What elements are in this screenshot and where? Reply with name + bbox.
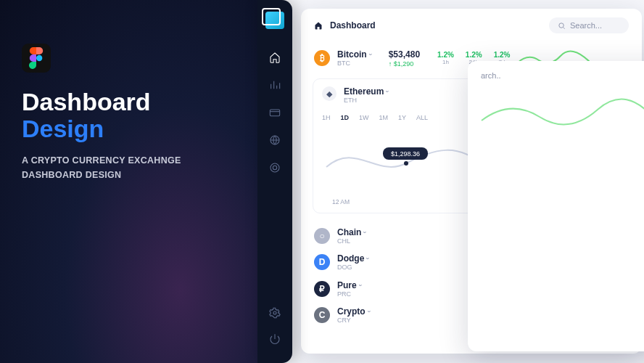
svg-point-4: [273, 166, 276, 169]
chart-coin-ticker: ETH: [344, 97, 388, 104]
coin-icon: ○: [314, 228, 330, 244]
coin-icon: ₽: [314, 281, 330, 297]
svg-point-6: [559, 23, 564, 27]
mini-chart: [481, 91, 644, 135]
app-logo: [265, 12, 284, 29]
promo-panel: DashboardDesign A CRYPTO CURRENCY EXCAHN…: [0, 0, 257, 363]
nav-settings-icon[interactable]: [268, 306, 281, 319]
search-input-partial[interactable]: arch..: [481, 71, 501, 80]
svg-point-7: [404, 161, 408, 166]
period-1d[interactable]: 1D: [341, 114, 350, 121]
svg-point-0: [36, 55, 42, 61]
sidebar: [257, 0, 292, 363]
home-icon: [314, 21, 323, 30]
nav-power-icon[interactable]: [268, 333, 281, 346]
coin-icon: C: [314, 307, 330, 323]
chart-xlabel-start: 12 AM: [332, 198, 350, 205]
svg-rect-1: [270, 110, 279, 116]
page-title: Dashboard: [330, 20, 376, 30]
nav-card-icon[interactable]: [268, 106, 281, 119]
featured-coin-name: Bitcoin ›: [337, 49, 371, 60]
bitcoin-icon: ₿: [314, 50, 330, 66]
period-all[interactable]: ALL: [416, 114, 428, 121]
period-1m[interactable]: 1M: [379, 114, 389, 121]
search-input[interactable]: Search...: [549, 17, 629, 33]
featured-price: $53,480: [389, 49, 420, 60]
period-1w[interactable]: 1W: [359, 114, 369, 121]
nav-analytics-icon[interactable]: [268, 78, 281, 91]
promo-title: DashboardDesign: [22, 89, 236, 142]
figma-logo: [22, 44, 51, 73]
period-1y[interactable]: 1Y: [398, 114, 406, 121]
featured-delta: ↑ $1,290: [389, 60, 420, 68]
nav-globe-icon[interactable]: [268, 134, 281, 147]
ethereum-icon: ◆: [322, 86, 337, 101]
dashboard-window-front: arch.. Your Balance: [468, 61, 644, 351]
nav-target-icon[interactable]: [268, 161, 281, 174]
svg-point-5: [273, 311, 276, 314]
promo-subtitle: A CRYPTO CURRENCY EXCAHNGE DASHBOARD DES…: [22, 153, 236, 182]
nav-home-icon[interactable]: [268, 51, 281, 64]
chart-coin-name: Ethereum ›: [344, 86, 388, 97]
period-1h[interactable]: 1H: [322, 114, 331, 121]
chart-tooltip: $1,298.36: [391, 150, 420, 158]
search-icon: [558, 22, 566, 30]
svg-point-3: [271, 163, 279, 172]
coin-icon: D: [314, 254, 330, 270]
featured-coin-ticker: BTC: [337, 60, 371, 67]
